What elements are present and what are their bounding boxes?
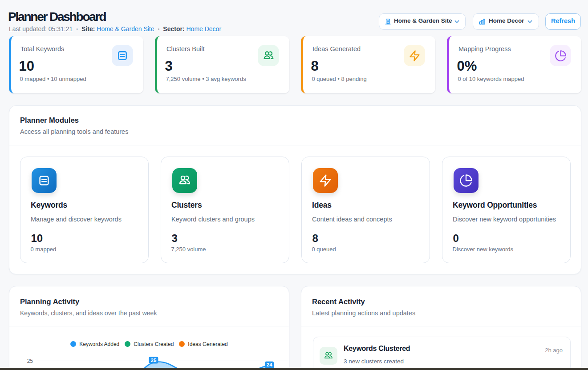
svg-text:24: 24 bbox=[267, 362, 272, 367]
svg-text:25: 25 bbox=[151, 358, 157, 363]
